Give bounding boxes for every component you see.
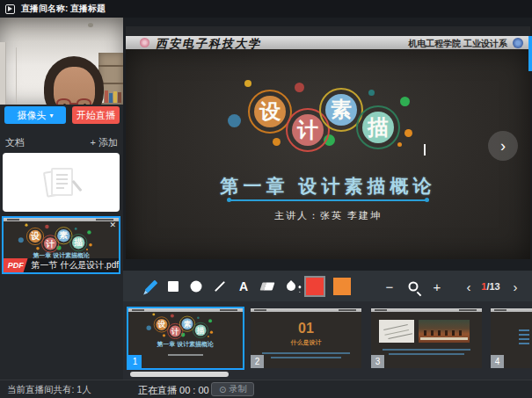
title-circle-miao: 描	[193, 322, 208, 338]
empty-document-slot[interactable]	[3, 153, 120, 212]
record-button[interactable]: ⊙ 录制	[211, 382, 254, 396]
documents-header: 文档 + 添加	[0, 135, 123, 149]
pdf-filename: 第一节 什么是设计.pdf	[32, 259, 119, 271]
thumbnail-number: 3	[371, 355, 384, 368]
slide-thumbnail-strip: 设 计 素 描 第一章 设计素描概论 1 01 什么是设计	[123, 301, 532, 380]
department-name: 机电工程学院 工业设计系	[408, 38, 507, 50]
thumbnail-number: 4	[491, 355, 504, 368]
add-document-button[interactable]: + 添加	[91, 136, 118, 149]
zoom-out-icon[interactable]: −	[386, 279, 394, 293]
thumbnail-slide-4[interactable]: 4	[491, 308, 532, 368]
mini-sketch-image	[379, 320, 414, 343]
viewer-count: 当前直播间共有: 1人	[7, 384, 91, 396]
text-tool-icon[interactable]: A	[239, 279, 248, 293]
close-icon[interactable]: ✕	[109, 221, 116, 229]
thumbnail-slide-2[interactable]: 01 什么是设计 2	[251, 308, 361, 368]
color-swatch-orange[interactable]	[333, 278, 351, 295]
thumbnail-slide-3[interactable]: 3	[371, 308, 482, 368]
sidebar: 摄像头 ▾ 开始直播 文档 + 添加	[0, 18, 123, 380]
eraser-tool-icon[interactable]	[260, 282, 275, 290]
glasses-left-lens	[56, 98, 71, 105]
live-room-icon	[5, 4, 15, 14]
slide-vertical-scrollbar[interactable]	[528, 36, 532, 71]
magnifier-icon[interactable]	[409, 281, 419, 291]
titlebar: 直播间名称: 直播标题	[0, 0, 532, 18]
live-stream-app: 直播间名称: 直播标题 摄	[0, 0, 532, 398]
record-icon: ⊙	[219, 385, 226, 394]
start-live-button[interactable]: 开始直播	[72, 106, 120, 124]
pdf-document-thumbnail[interactable]: ✕ 设 计 素 描 第一章 设计素描概论	[2, 216, 120, 274]
thumbnail-number: 1	[128, 355, 142, 368]
pdf-badge: PDF	[4, 258, 28, 272]
rectangle-tool-icon[interactable]	[168, 281, 179, 292]
stream-controls: 摄像头 ▾ 开始直播	[0, 106, 123, 124]
room-title: 直播间名称: 直播标题	[21, 3, 106, 15]
ellipse-tool-icon[interactable]	[191, 280, 202, 292]
statusbar: 当前直播间共有: 1人 正在直播 00 : 00 : 00 ⊙ 录制	[0, 380, 532, 398]
webcam-ceiling-lamp	[88, 23, 93, 27]
webcam-door	[0, 42, 6, 105]
mini-slide-header	[4, 218, 119, 221]
glasses-right-lens	[77, 98, 91, 105]
thumbnail-scrollbar[interactable]	[130, 372, 229, 377]
text-cursor	[424, 144, 426, 156]
department-logo-icon	[513, 38, 523, 48]
title-circle-miao: 描	[356, 105, 400, 149]
document-placeholder-icon	[45, 168, 78, 197]
chevron-down-icon: ▾	[49, 112, 53, 119]
title-underline	[230, 199, 426, 201]
slide-header-bar: 西安电子科技大学 机电工程学院 工业设计系	[126, 36, 530, 49]
mini-section-number: 01	[251, 321, 361, 336]
thumbnail-number: 2	[251, 355, 264, 368]
chevron-right-icon: ›	[500, 137, 506, 156]
chapter-title: 第一章 设计素描概论	[126, 174, 530, 199]
university-seal-icon	[140, 38, 149, 47]
next-page-icon[interactable]: ›	[514, 279, 518, 293]
glasses-bridge	[70, 103, 78, 105]
slide-canvas[interactable]: 西安电子科技大学 机电工程学院 工业设计系 设 计 素	[126, 26, 530, 259]
title-circles: 设 计 素 描	[222, 76, 433, 164]
presentation-area: 西安电子科技大学 机电工程学院 工业设计系 设 计 素	[123, 18, 532, 380]
camera-select-button[interactable]: 摄像头 ▾	[4, 106, 66, 124]
mini-section-title: 什么是设计	[251, 336, 361, 353]
speakers-line: 主讲人：张英 李建坤	[126, 209, 530, 222]
mini-painting-image	[419, 320, 470, 343]
page-indicator: 1/13	[481, 281, 499, 292]
webcam-preview	[0, 18, 123, 105]
pdf-filename-row: PDF 第一节 什么是设计.pdf	[4, 258, 119, 272]
documents-label: 文档	[5, 136, 25, 149]
annotation-toolbar: A − + ‹ 1/13 ›	[123, 271, 532, 301]
prev-page-icon[interactable]: ‹	[467, 279, 471, 293]
webcam-wall-edge	[16, 47, 17, 105]
zoom-in-icon[interactable]: +	[434, 279, 441, 293]
thumbnail-slide-1[interactable]: 设 计 素 描 第一章 设计素描概论 1	[128, 308, 243, 368]
next-slide-button[interactable]: ›	[488, 131, 518, 161]
color-swatch-red[interactable]	[306, 278, 324, 295]
brush-tool-icon[interactable]	[285, 279, 297, 292]
chalkboard: 设 计 素 描 第一章 设计素描概论 主讲人：张英 李建坤	[126, 49, 530, 259]
webcam-person-face	[54, 67, 95, 105]
